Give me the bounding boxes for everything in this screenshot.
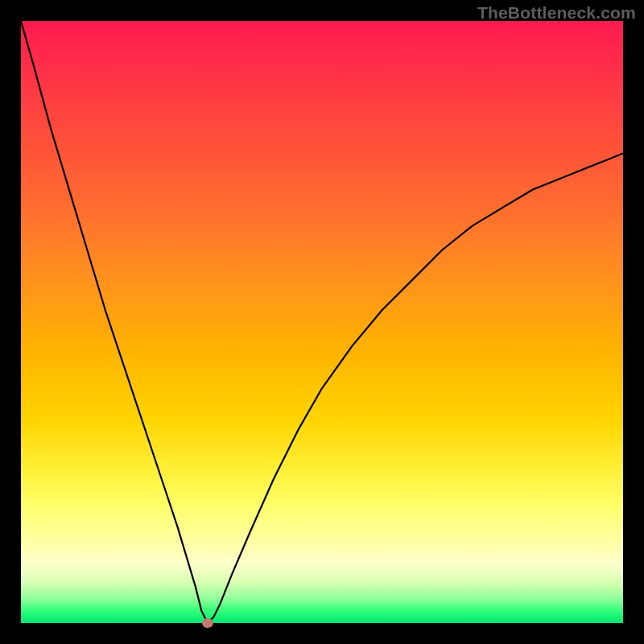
plot-area	[21, 21, 623, 623]
optimal-point-marker	[202, 618, 213, 628]
bottleneck-curve	[21, 21, 623, 623]
chart-frame: TheBottleneck.com	[0, 0, 644, 644]
watermark-label: TheBottleneck.com	[477, 3, 636, 23]
curve-svg	[21, 21, 623, 623]
